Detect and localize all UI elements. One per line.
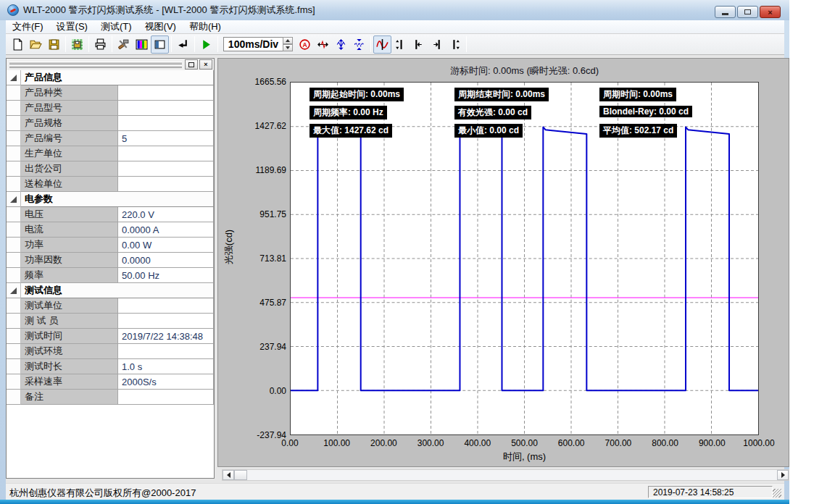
title-bar[interactable]: WLT-2000 警示灯闪烁测试系统 - [WLT-2000 警示灯闪烁测试系统… xyxy=(0,0,789,20)
x-tick-label: 500.00 xyxy=(499,438,550,448)
chart-horizontal-scrollbar[interactable] xyxy=(222,469,789,481)
property-row: 功率0.00 W xyxy=(7,238,214,253)
property-label: 产品型号 xyxy=(21,101,118,116)
close-icon: × xyxy=(768,8,772,17)
property-value-field[interactable]: 50.00 Hz xyxy=(118,268,214,283)
arrow-right-icon xyxy=(781,472,785,478)
property-value-field[interactable]: 0.0000 A xyxy=(118,222,214,238)
datetime-panel: 2019-07-23 14:58:25 xyxy=(648,486,773,498)
scroll-left-button[interactable] xyxy=(223,470,234,480)
property-label: 产品种类 xyxy=(21,85,118,101)
property-value-field[interactable] xyxy=(118,314,214,329)
print-button[interactable] xyxy=(91,35,109,54)
plot-area[interactable]: 周期起始时间: 0.00ms周期结束时间: 0.00ms周期时间: 0.00ms… xyxy=(290,82,759,435)
row-gutter xyxy=(7,85,21,101)
scroll-track[interactable] xyxy=(247,470,777,480)
property-value-field[interactable]: 2000S/s xyxy=(118,374,214,390)
property-value-field[interactable] xyxy=(118,177,214,192)
row-gutter xyxy=(7,298,21,314)
panel-grip[interactable] xyxy=(9,62,182,64)
property-value-field[interactable] xyxy=(118,298,214,314)
property-label: 备注 xyxy=(21,390,118,405)
v-compress-button[interactable] xyxy=(350,35,368,54)
minimize-button[interactable] xyxy=(715,6,736,18)
chart-info-box: 周期时间: 0.00ms xyxy=(599,88,676,101)
property-value-field[interactable] xyxy=(118,116,214,131)
ammeter-icon: A xyxy=(299,38,311,51)
section-expander[interactable] xyxy=(7,283,21,298)
row-gutter xyxy=(7,390,21,405)
property-row: 频率50.00 Hz xyxy=(7,268,214,283)
wave-cursor-button[interactable] xyxy=(373,35,391,54)
exit-button[interactable] xyxy=(174,35,192,54)
property-value-field[interactable]: 5 xyxy=(118,131,214,146)
scroll-right-button[interactable] xyxy=(777,470,789,480)
window-layout-icon xyxy=(154,38,166,51)
chart-info-box: Blondel-Rey: 0.00 cd xyxy=(599,106,692,117)
arrow-down-icon xyxy=(286,46,290,49)
open-file-button[interactable] xyxy=(27,35,45,54)
window-bottom-border xyxy=(0,500,789,504)
property-row: 测 试 员 xyxy=(7,314,214,329)
property-value-field[interactable]: 220.0 V xyxy=(118,207,214,222)
panel-grip[interactable] xyxy=(9,65,182,67)
panel-maximize-button[interactable] xyxy=(185,59,198,70)
row-gutter xyxy=(7,222,21,238)
restore-button[interactable] xyxy=(737,6,758,18)
property-label: 频率 xyxy=(21,268,118,283)
property-value-field[interactable] xyxy=(118,161,214,177)
menu-item[interactable]: 文件(F) xyxy=(6,20,50,34)
property-value-field[interactable]: 1.0 s xyxy=(118,359,214,374)
cursor-move-left-button[interactable] xyxy=(410,35,428,54)
resize-grip[interactable] xyxy=(773,489,781,497)
row-gutter xyxy=(7,101,21,116)
property-value-field[interactable] xyxy=(118,101,214,116)
close-button[interactable]: × xyxy=(760,6,781,18)
cursor-span-right-button[interactable] xyxy=(446,35,464,54)
property-value-field[interactable] xyxy=(118,390,214,405)
save-button[interactable] xyxy=(45,35,63,54)
h-expand-button[interactable] xyxy=(314,35,332,54)
property-value-field[interactable]: 0.0000 xyxy=(118,253,214,268)
row-gutter xyxy=(7,329,21,344)
ammeter-button[interactable]: A xyxy=(296,35,314,54)
menu-item[interactable]: 视图(V) xyxy=(138,20,183,34)
app-window: WLT-2000 警示灯闪烁测试系统 - [WLT-2000 警示灯闪烁测试系统… xyxy=(0,0,789,504)
new-file-button[interactable] xyxy=(9,35,27,54)
section-expander[interactable] xyxy=(7,192,21,207)
window-layout-button[interactable] xyxy=(151,35,169,54)
save-image-button[interactable] xyxy=(68,35,86,54)
property-row: 采样速率2000S/s xyxy=(7,374,214,390)
tools-button[interactable] xyxy=(115,35,133,54)
h-expand-icon xyxy=(317,38,329,51)
y-tick-label: 1189.69 xyxy=(220,165,286,175)
spinner-down-button[interactable] xyxy=(283,44,293,51)
cursor-span-left-button[interactable] xyxy=(391,35,410,54)
menu-item[interactable]: 设置(S) xyxy=(50,20,94,34)
property-label: 采样速率 xyxy=(21,374,118,390)
palette-button[interactable] xyxy=(133,35,151,54)
timebase-spinner[interactable] xyxy=(283,37,293,51)
panel-close-button[interactable]: × xyxy=(199,59,212,70)
property-value-field[interactable]: 2019/7/22 14:38:48 xyxy=(118,329,214,344)
panel-header[interactable]: × xyxy=(7,59,214,70)
section-expander[interactable] xyxy=(7,70,21,85)
property-value-field[interactable] xyxy=(118,85,214,101)
timebase-input[interactable]: 100ms/Div xyxy=(223,37,283,51)
menu-item[interactable]: 测试(T) xyxy=(94,20,138,34)
run-button[interactable] xyxy=(197,35,215,54)
x-tick-label: 700.00 xyxy=(593,438,644,448)
menu-item[interactable]: 帮助(H) xyxy=(183,20,228,34)
scroll-thumb[interactable] xyxy=(234,470,247,480)
property-value-field[interactable] xyxy=(118,344,214,359)
spinner-up-button[interactable] xyxy=(283,37,293,44)
property-label: 产品编号 xyxy=(21,131,118,146)
expand-triangle-icon xyxy=(10,196,17,203)
v-expand-button[interactable] xyxy=(332,35,350,54)
property-value-field[interactable]: 0.00 W xyxy=(118,238,214,253)
cursor-move-right-button[interactable] xyxy=(428,35,446,54)
property-value-field[interactable] xyxy=(118,146,214,161)
property-row: 电流0.0000 A xyxy=(7,222,214,238)
open-folder-icon xyxy=(30,38,42,51)
row-gutter xyxy=(7,131,21,146)
